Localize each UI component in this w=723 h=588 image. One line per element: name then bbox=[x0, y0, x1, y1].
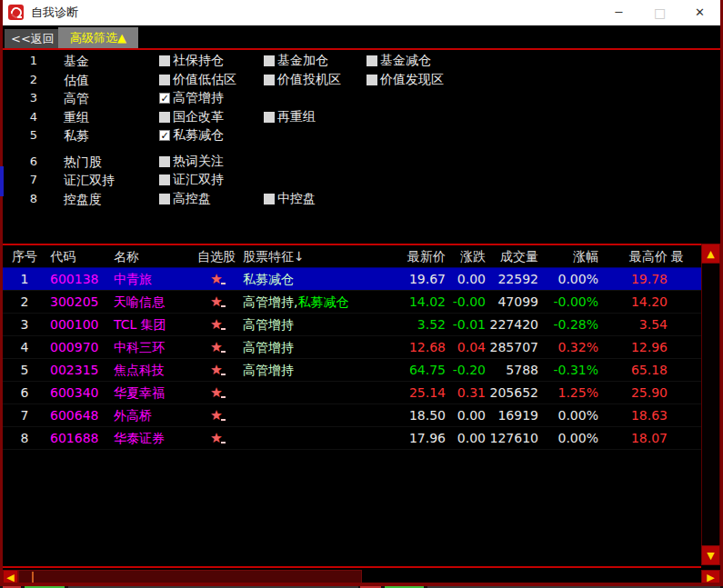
stock-row-000970[interactable]: 4000970中科三环★高管增持12.680.042857070.32%12.9… bbox=[3, 336, 701, 359]
favorite-star-icon[interactable]: ★ bbox=[210, 316, 222, 333]
filter-option[interactable]: 价值发现区 bbox=[367, 71, 444, 89]
change-pct: 0.00% bbox=[538, 268, 598, 291]
volume: 205652 bbox=[486, 382, 538, 404]
column-header[interactable]: 最 bbox=[668, 245, 695, 268]
stock-code: 601688 bbox=[46, 427, 112, 450]
column-header[interactable]: 最新价 bbox=[393, 245, 446, 268]
filter-option[interactable]: 基金加仓 bbox=[264, 52, 328, 70]
favorite-star-icon[interactable]: ★ bbox=[210, 384, 222, 401]
stock-name: 焦点科技 bbox=[112, 359, 196, 382]
favorite-star-icon[interactable]: ★ bbox=[210, 430, 222, 446]
filter-option[interactable]: 热词关注 bbox=[159, 153, 224, 171]
stock-row-600138[interactable]: 1600138中青旅★私募减仓19.670.00225920.00%19.78 bbox=[3, 268, 701, 291]
filter-option-label: 高控盘 bbox=[173, 191, 211, 207]
row-seq: 4 bbox=[3, 336, 46, 359]
stock-features bbox=[236, 427, 393, 450]
nav-divider-line bbox=[3, 48, 720, 50]
column-header[interactable]: 成交量 bbox=[486, 245, 538, 268]
stock-name: 华夏幸福 bbox=[112, 382, 196, 404]
checkbox-icon[interactable] bbox=[159, 75, 170, 85]
checkbox-icon[interactable]: ✓ bbox=[159, 93, 170, 104]
stock-features: 高管增持 bbox=[236, 336, 393, 359]
checkbox-icon[interactable] bbox=[264, 194, 275, 204]
column-header[interactable]: 涨幅 bbox=[538, 245, 598, 268]
stock-row-000100[interactable]: 3000100TCL 集团★高管增持3.52-0.01227420-0.28%3… bbox=[3, 314, 701, 336]
checkbox-icon[interactable] bbox=[264, 112, 275, 123]
stock-row-300205[interactable]: 2300205天喻信息★高管增持,私募减仓14.02-0.0047099-0.0… bbox=[3, 291, 701, 314]
stock-row-601688[interactable]: 8601688华泰证券★17.960.001276100.00%18.07 bbox=[3, 427, 701, 450]
high-price: 12.96 bbox=[598, 336, 668, 359]
stock-code: 600648 bbox=[46, 404, 112, 427]
favorite-star-icon[interactable]: ★ bbox=[210, 339, 222, 355]
checkbox-icon[interactable] bbox=[159, 194, 170, 204]
filter-option[interactable]: 再重组 bbox=[264, 108, 316, 126]
latest-price: 64.75 bbox=[393, 359, 446, 382]
stock-row-002315[interactable]: 5002315焦点科技★高管增持64.75-0.205788-0.31%65.1… bbox=[3, 359, 701, 382]
checkbox-icon[interactable] bbox=[159, 55, 170, 66]
latest-price: 25.14 bbox=[393, 382, 446, 404]
column-header[interactable]: 股票特征↓ bbox=[236, 245, 393, 268]
stock-features: 高管增持 bbox=[236, 359, 393, 382]
nav-bar: <<返回 高级筛选▲ bbox=[3, 25, 720, 48]
filter-option[interactable]: 基金减仓 bbox=[367, 52, 431, 70]
checkbox-icon[interactable] bbox=[367, 75, 377, 85]
close-button[interactable]: ✕ bbox=[679, 0, 720, 25]
high-price: 65.18 bbox=[598, 359, 668, 382]
feature-tag: 私募减仓 bbox=[243, 272, 294, 286]
column-header[interactable]: 代码 bbox=[46, 245, 112, 268]
favorite-star-icon[interactable]: ★ bbox=[210, 271, 222, 287]
volume: 285707 bbox=[486, 336, 538, 359]
volume: 22592 bbox=[486, 268, 538, 291]
column-header[interactable]: 自选股 bbox=[196, 245, 236, 268]
filter-option[interactable]: 证汇双持 bbox=[159, 171, 224, 189]
high-price: 14.20 bbox=[598, 291, 668, 314]
column-header[interactable]: 涨跌 bbox=[446, 245, 486, 268]
high-price: 18.63 bbox=[598, 404, 668, 427]
stock-features bbox=[236, 404, 393, 427]
filter-option[interactable]: 国企改革 bbox=[159, 108, 224, 126]
column-header[interactable]: 最高价 bbox=[598, 245, 668, 268]
favorite-star-icon[interactable]: ★ bbox=[210, 294, 222, 310]
back-button[interactable]: <<返回 bbox=[5, 29, 61, 48]
vertical-scrollbar-track[interactable] bbox=[701, 264, 720, 545]
stock-row-600340[interactable]: 6600340华夏幸福★25.140.312056521.25%25.90 bbox=[3, 382, 701, 404]
checkbox-icon[interactable] bbox=[264, 55, 275, 66]
filter-option[interactable]: 价值低估区 bbox=[159, 71, 236, 89]
filter-option[interactable]: 社保持仓 bbox=[159, 52, 224, 70]
scrollbar-up-button[interactable]: ▲ bbox=[701, 244, 720, 264]
filter-row-number: 8 bbox=[23, 190, 45, 208]
row-seq: 5 bbox=[3, 359, 46, 382]
favorite-star-icon[interactable]: ★ bbox=[210, 362, 222, 378]
stock-name: TCL 集团 bbox=[112, 314, 196, 336]
filter-option[interactable]: 高控盘 bbox=[159, 190, 211, 208]
change: 0.04 bbox=[446, 336, 486, 359]
bottom-divider-line bbox=[3, 566, 701, 568]
stock-table: 序号代码名称自选股股票特征↓最新价涨跌成交量涨幅最高价最1600138中青旅★私… bbox=[3, 245, 701, 450]
filter-option[interactable]: 中控盘 bbox=[264, 190, 316, 208]
tab-advanced-filter[interactable]: 高级筛选▲ bbox=[58, 27, 138, 48]
checkbox-icon[interactable] bbox=[264, 75, 275, 85]
clipped-cell bbox=[668, 268, 695, 291]
column-header[interactable]: 序号 bbox=[3, 245, 46, 268]
checkbox-icon[interactable] bbox=[159, 174, 170, 185]
filter-option[interactable]: ✓私募减仓 bbox=[159, 126, 224, 145]
favorite-cell: ★ bbox=[196, 336, 236, 359]
latest-price: 3.52 bbox=[393, 314, 446, 336]
checkbox-icon[interactable] bbox=[159, 112, 170, 123]
favorite-star-icon[interactable]: ★ bbox=[210, 407, 222, 424]
filter-row-3: 3高管✓高管增持 bbox=[3, 89, 720, 108]
scrollbar-down-button[interactable]: ▼ bbox=[701, 545, 720, 565]
filter-panel: 1基金社保持仓基金加仓基金减仓2估值价值低估区价值投机区价值发现区3高管✓高管增… bbox=[3, 52, 720, 208]
change: -0.20 bbox=[446, 359, 486, 382]
stock-row-600648[interactable]: 7600648外高桥★18.500.00169190.00%18.63 bbox=[3, 404, 701, 427]
filter-row-number: 2 bbox=[23, 71, 45, 89]
filter-option[interactable]: 价值投机区 bbox=[264, 71, 341, 89]
checkbox-icon[interactable] bbox=[367, 55, 377, 66]
filter-row-number: 4 bbox=[23, 108, 45, 126]
filter-option[interactable]: ✓高管增持 bbox=[159, 89, 224, 107]
minimize-button[interactable]: ─ bbox=[598, 0, 639, 25]
column-header[interactable]: 名称 bbox=[112, 245, 196, 268]
checkbox-icon[interactable] bbox=[159, 156, 170, 167]
maximize-button[interactable]: □ bbox=[639, 0, 680, 25]
checkbox-icon[interactable]: ✓ bbox=[159, 130, 170, 141]
